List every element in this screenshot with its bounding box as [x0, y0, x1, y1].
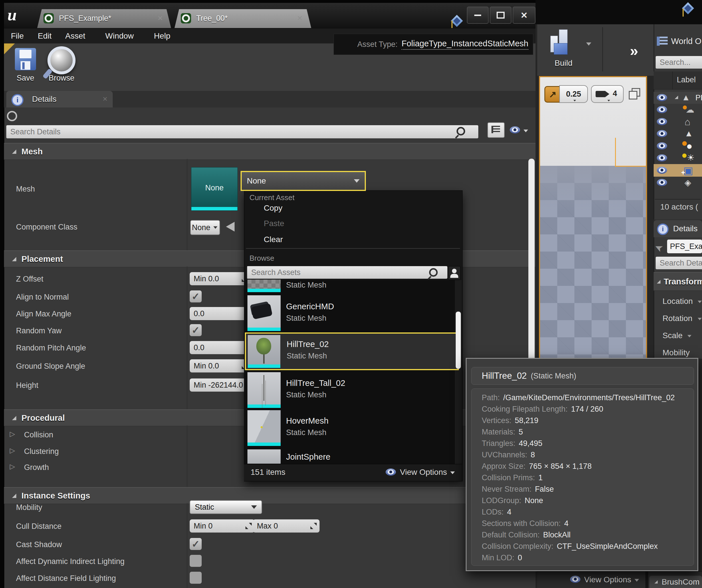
- label-column-header[interactable]: Label: [677, 76, 696, 84]
- brush-component-header[interactable]: BrushCom: [650, 576, 702, 588]
- menu-asset[interactable]: Asset: [65, 31, 85, 40]
- bottom-view-options-label[interactable]: View Options: [584, 575, 631, 584]
- transform-location-row[interactable]: Location: [663, 297, 693, 306]
- cast-shadow-checkbox[interactable]: ✓: [190, 538, 202, 550]
- z-offset-min-field[interactable]: Min 0.0: [190, 272, 251, 285]
- procedural-clustering-row[interactable]: Clustering: [24, 447, 59, 456]
- transform-mobility-row[interactable]: Mobility: [663, 348, 690, 357]
- visibility-dropdown-icon[interactable]: [523, 130, 528, 132]
- view-visibility-eye-icon[interactable]: [510, 126, 520, 134]
- outliner-row[interactable]: ◈: [654, 177, 702, 189]
- collapsed-arrow-icon[interactable]: ▷: [10, 430, 15, 438]
- transform-scale-row[interactable]: Scale: [663, 331, 683, 340]
- visibility-eye-icon[interactable]: [657, 154, 667, 161]
- asset-thumbnail[interactable]: [247, 280, 280, 292]
- section-instance-settings[interactable]: Instance Settings: [4, 487, 544, 504]
- search-assets-input[interactable]: [246, 266, 447, 279]
- selected-actor-name-field[interactable]: PFS_Exa: [667, 240, 702, 253]
- align-to-normal-checkbox[interactable]: ✓: [190, 290, 202, 302]
- outliner-search-input[interactable]: [656, 56, 702, 68]
- browse-button[interactable]: Browse: [43, 46, 80, 90]
- tab-close-icon[interactable]: ✕: [157, 14, 163, 22]
- outliner-row[interactable]: ●: [654, 140, 702, 152]
- collapsed-arrow-icon[interactable]: ▷: [10, 446, 15, 454]
- affect-distance-field-lighting-checkbox[interactable]: [190, 572, 202, 584]
- save-button[interactable]: Save: [13, 47, 38, 90]
- tab-close-icon[interactable]: ✕: [297, 14, 303, 22]
- outliner-row[interactable]: ▲: [654, 128, 702, 140]
- tab-pfs-example[interactable]: PFS_Example* ✕: [37, 9, 171, 28]
- copy-menu-item[interactable]: Copy: [264, 203, 282, 213]
- visibility-eye-icon[interactable]: [657, 167, 667, 174]
- asset-name[interactable]: HoverMesh: [286, 416, 328, 426]
- menu-help[interactable]: Help: [154, 31, 170, 40]
- mobility-dropdown[interactable]: Static: [190, 500, 262, 514]
- view-options-eye-icon[interactable]: [570, 576, 580, 583]
- visibility-eye-icon[interactable]: [657, 130, 667, 137]
- menu-window[interactable]: Window: [105, 31, 134, 40]
- asset-name[interactable]: JointSphere: [286, 452, 330, 462]
- view-options-label[interactable]: View Options: [400, 468, 447, 477]
- asset-list-scroll-track[interactable]: [455, 280, 462, 464]
- menu-file[interactable]: File: [11, 31, 24, 40]
- expand-range-icon[interactable]: [245, 523, 252, 529]
- asset-list-scroll-thumb[interactable]: [456, 312, 461, 369]
- chevron-down-icon[interactable]: [634, 579, 639, 582]
- build-button[interactable]: Build: [546, 27, 581, 73]
- outliner-row-selected[interactable]: ▣ +: [654, 164, 702, 177]
- visibility-eye-icon[interactable]: [657, 106, 667, 113]
- clear-menu-item[interactable]: Clear: [264, 235, 283, 244]
- asset-thumbnail[interactable]: [247, 410, 280, 446]
- asset-thumbnail[interactable]: [247, 449, 280, 464]
- camera-speed-button[interactable]: 4: [591, 85, 624, 103]
- transform-rotation-row[interactable]: Rotation: [663, 314, 692, 323]
- outliner-row[interactable]: ⌂: [654, 116, 702, 128]
- affect-dynamic-indirect-lighting-checkbox[interactable]: [190, 555, 202, 567]
- close-button[interactable]: ✕: [512, 7, 536, 24]
- minimize-button[interactable]: [467, 7, 489, 24]
- chevron-down-icon[interactable]: [450, 471, 455, 474]
- expand-range-icon[interactable]: [310, 523, 317, 529]
- procedural-collision-row[interactable]: Collision: [24, 431, 53, 439]
- person-filter-button[interactable]: [448, 266, 461, 280]
- visibility-eye-icon[interactable]: [657, 142, 667, 149]
- right-details-search-input[interactable]: [656, 257, 702, 269]
- tab-tree-00[interactable]: Tree_00* ✕: [174, 9, 311, 28]
- asset-thumbnail[interactable]: [248, 335, 280, 368]
- menu-edit[interactable]: Edit: [38, 31, 51, 40]
- procedural-growth-row[interactable]: Growth: [24, 463, 49, 472]
- outliner-row[interactable]: ☁: [654, 104, 702, 116]
- component-class-dropdown[interactable]: None: [190, 220, 220, 235]
- chevron-down-icon[interactable]: [687, 335, 691, 337]
- cull-distance-min-field[interactable]: Min 0: [190, 520, 255, 533]
- screen-percentage-value-button[interactable]: 0.25: [559, 85, 588, 103]
- asset-name[interactable]: HillTree_02: [286, 339, 329, 349]
- graduation-cap-icon[interactable]: [451, 16, 463, 29]
- height-min-field[interactable]: Min -262144.0: [190, 379, 252, 392]
- asset-name[interactable]: GenericHMD: [286, 302, 334, 311]
- outliner-row[interactable]: ▲ PF: [654, 92, 702, 104]
- section-transform[interactable]: Transform: [654, 272, 702, 291]
- mesh-thumbnail[interactable]: None: [191, 167, 238, 211]
- section-mesh[interactable]: Mesh: [4, 143, 544, 160]
- maximize-viewport-icon[interactable]: [628, 88, 641, 100]
- display-filter-button[interactable]: [487, 122, 505, 138]
- graduation-cap-icon[interactable]: [681, 3, 695, 17]
- view-options-eye-icon[interactable]: [386, 468, 396, 476]
- random-pitch-angle-field[interactable]: 0.0: [190, 341, 248, 354]
- details-tab-close-icon[interactable]: ✕: [102, 96, 108, 103]
- visibility-eye-icon[interactable]: [657, 179, 667, 186]
- search-details-input[interactable]: [6, 125, 478, 138]
- paste-menu-item[interactable]: Paste: [264, 219, 284, 228]
- visibility-eye-icon[interactable]: [657, 94, 667, 101]
- ground-slope-angle-min-field[interactable]: Min 0.0: [190, 359, 251, 373]
- chevron-down-icon[interactable]: [698, 318, 702, 320]
- chevron-down-icon[interactable]: [698, 301, 702, 303]
- asset-name[interactable]: HillTree_Tall_02: [286, 379, 345, 388]
- visibility-eye-icon[interactable]: [657, 118, 667, 125]
- build-options-dropdown-icon[interactable]: [586, 42, 591, 46]
- reset-arrow-icon[interactable]: [226, 222, 235, 232]
- toolbar-overflow-chevrons[interactable]: »: [630, 42, 638, 59]
- cull-distance-max-field[interactable]: Max 0: [253, 520, 320, 533]
- collapsed-arrow-icon[interactable]: ▷: [10, 462, 15, 470]
